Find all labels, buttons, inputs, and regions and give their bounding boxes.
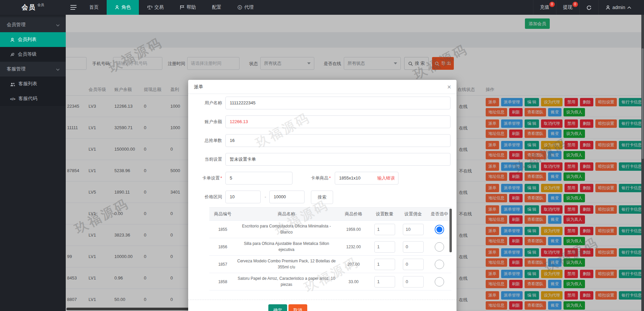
qty-input[interactable]: 1 bbox=[374, 276, 395, 288]
nav-item-1[interactable]: 首页 bbox=[81, 0, 107, 15]
nav-item-5[interactable]: 配置 bbox=[204, 0, 229, 15]
sidebar-item-1[interactable]: 会员管理 bbox=[0, 17, 66, 32]
sidebar-item-4[interactable]: 客服管理 bbox=[0, 62, 66, 76]
chevron-down-icon bbox=[56, 22, 60, 28]
sidebar-item-label: 会员管理 bbox=[7, 22, 25, 28]
nav-item-3[interactable]: 交易 bbox=[139, 0, 172, 15]
refresh-button[interactable] bbox=[579, 0, 598, 15]
radio-unselected[interactable] bbox=[435, 242, 444, 252]
product-header-6: 是否选中 bbox=[427, 211, 451, 217]
price-range-label: 价格区间 bbox=[190, 191, 222, 203]
product-id: 1855 bbox=[209, 227, 236, 232]
user-icon bbox=[605, 5, 610, 10]
product-row-2: 1856Silla para Oficina Ajustable Base Me… bbox=[209, 238, 451, 256]
recharge-nav-item[interactable]: 充值 0 bbox=[533, 0, 556, 15]
chevron-down-icon bbox=[56, 66, 60, 72]
field-input-3[interactable]: 16 bbox=[225, 134, 450, 147]
nav-item-6[interactable]: $代理 bbox=[229, 0, 262, 15]
product-price: 207.00 bbox=[337, 262, 370, 267]
field-input-2[interactable]: 12266.13 bbox=[225, 115, 450, 128]
qty-cell: 1 bbox=[370, 276, 399, 288]
field-input-1[interactable]: 11112222345 bbox=[225, 97, 450, 109]
username: admin bbox=[612, 5, 625, 10]
sidebar-item-5[interactable]: 客服列表 bbox=[0, 76, 66, 91]
modal-search-button[interactable]: 搜索 bbox=[311, 191, 333, 204]
dispatch-modal: 派单 × 用户名称11112222345账户余额12266.13总抢单数16当前… bbox=[188, 80, 457, 311]
withdraw-nav-item[interactable]: 提现 0 bbox=[556, 0, 579, 15]
sidebar-item-label: 客服列表 bbox=[18, 81, 37, 87]
radio-selected[interactable] bbox=[435, 225, 444, 234]
commission-cell: 10 bbox=[399, 224, 427, 235]
page-scrollbar-thumb[interactable] bbox=[642, 48, 644, 159]
product-header-1: 商品编号 bbox=[209, 211, 236, 217]
product-price: 33.00 bbox=[337, 279, 370, 284]
sidebar-item-6[interactable]: </>客服代码 bbox=[0, 91, 66, 106]
sidebar-item-2[interactable]: 会员列表 bbox=[0, 32, 66, 47]
card-goods-input[interactable]: 1855x1x10 输入错误 bbox=[335, 172, 398, 185]
nav-item-label: 帮助 bbox=[186, 4, 196, 10]
hamburger-icon[interactable] bbox=[66, 0, 81, 15]
card-set-input[interactable]: 5 bbox=[225, 172, 292, 185]
product-header-4: 设置数量 bbox=[370, 211, 399, 217]
radio-unselected[interactable] bbox=[435, 260, 444, 269]
qty-cell: 1 bbox=[370, 259, 399, 270]
card-goods-error: 输入错误 bbox=[377, 172, 395, 184]
qty-input[interactable]: 1 bbox=[374, 241, 395, 253]
price-min-input[interactable]: 10 bbox=[225, 191, 261, 203]
user-menu[interactable]: admin bbox=[598, 0, 638, 15]
select-cell bbox=[427, 277, 451, 287]
flag-icon bbox=[180, 5, 184, 10]
nav-item-4[interactable]: 帮助 bbox=[172, 0, 204, 15]
nav-item-label: 交易 bbox=[154, 4, 164, 10]
price-dash: - bbox=[265, 191, 266, 203]
radio-unselected[interactable] bbox=[435, 277, 444, 287]
card-goods-value: 1855x1x10 bbox=[339, 175, 361, 180]
sidebar-item-label: 客服代码 bbox=[18, 96, 37, 102]
cancel-button[interactable]: 取消 bbox=[288, 304, 307, 311]
select-cell bbox=[427, 242, 451, 252]
modal-footer: 确定 取消 bbox=[188, 300, 457, 300]
field-label: 用户名称 bbox=[190, 97, 222, 109]
nav-item-label: 代理 bbox=[244, 4, 254, 10]
close-icon[interactable]: × bbox=[447, 83, 451, 91]
product-id: 1858 bbox=[209, 279, 236, 284]
dollar-icon: $ bbox=[237, 5, 242, 10]
product-header-3: 商品价格 bbox=[337, 211, 370, 217]
select-cell bbox=[427, 260, 451, 269]
product-table: 商品编号商品名称商品价格设置数量设置佣金是否选中1855Escritorio p… bbox=[209, 207, 451, 291]
withdraw-label: 提现 bbox=[563, 4, 573, 10]
modal-field-row-2: 账户余额12266.13 bbox=[188, 115, 457, 128]
product-row-3: 1857Cerveza Modelo Combo Premium Pack, 1… bbox=[209, 256, 451, 273]
qty-input[interactable]: 1 bbox=[374, 224, 395, 235]
withdraw-badge: 0 bbox=[573, 2, 578, 7]
person-icon bbox=[10, 37, 15, 42]
price-max-input[interactable]: 10000 bbox=[269, 191, 305, 203]
sidebar-item-3[interactable]: 会员等级 bbox=[0, 47, 66, 62]
product-price: 1959.00 bbox=[337, 227, 370, 232]
product-row-1: 1855Escritorio para Computadora Oficina … bbox=[209, 221, 451, 238]
person-icon bbox=[115, 5, 119, 10]
product-table-header: 商品编号商品名称商品价格设置数量设置佣金是否选中 bbox=[209, 207, 451, 221]
qty-cell: 1 bbox=[370, 241, 399, 253]
commission-input[interactable]: 0 bbox=[403, 276, 424, 288]
scales-icon bbox=[147, 5, 152, 10]
commission-cell: 0 bbox=[399, 276, 427, 288]
product-header-5: 设置佣金 bbox=[399, 211, 427, 217]
commission-input[interactable]: 0 bbox=[403, 241, 424, 253]
sidebar-item-label: 会员等级 bbox=[18, 51, 37, 57]
modal-field-row-3: 总抢单数16 bbox=[188, 134, 457, 147]
commission-input[interactable]: 10 bbox=[403, 224, 424, 235]
product-table-scrollbar[interactable] bbox=[449, 209, 452, 252]
confirm-button[interactable]: 确定 bbox=[268, 304, 287, 311]
field-input-4[interactable]: 暂未设置卡单 bbox=[225, 153, 450, 166]
qty-input[interactable]: 1 bbox=[374, 259, 395, 270]
users-icon bbox=[10, 81, 15, 87]
modal-field-row-4: 当前设置暂未设置卡单 bbox=[188, 153, 457, 166]
card-set-row: 卡单设置* 5 卡单商品* 1855x1x10 输入错误 bbox=[188, 172, 457, 185]
commission-input[interactable]: 0 bbox=[403, 259, 424, 270]
nav-item-2[interactable]: 角色 bbox=[107, 0, 139, 15]
nav-menu: 首页角色交易帮助配置$代理 bbox=[81, 0, 262, 15]
refresh-icon bbox=[586, 4, 592, 10]
price-range-row: 价格区间 10 - 10000 搜索 bbox=[188, 191, 457, 203]
page-scrollbar[interactable] bbox=[641, 15, 644, 311]
